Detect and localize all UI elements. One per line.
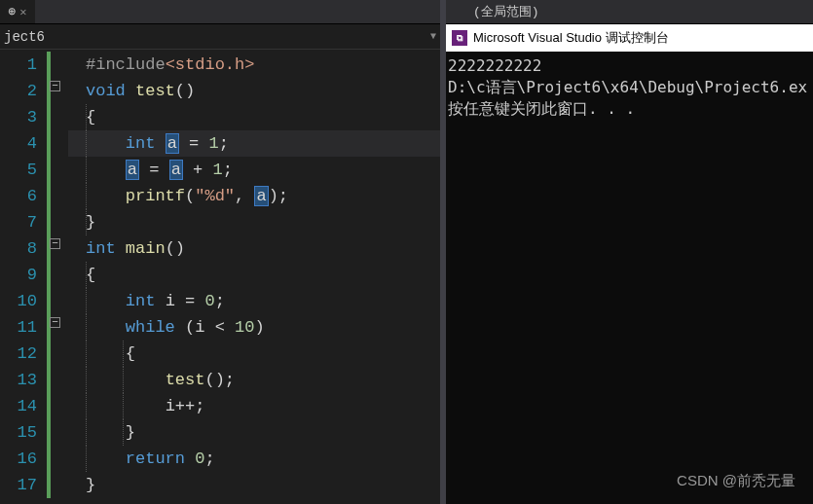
code-line[interactable]: { [68,104,440,130]
line-number: 1 [0,52,37,78]
console-pane: (全局范围) ⧉ Microsoft Visual Studio 调试控制台 2… [446,0,813,504]
scope-dropdown[interactable]: (全局范围) [446,0,813,24]
code-line[interactable]: int i = 0; [68,288,440,314]
scope-label: (全局范围) [473,3,539,20]
code-line[interactable]: { [68,341,440,367]
line-number: 16 [0,446,37,472]
chevron-down-icon[interactable]: ▼ [430,31,436,42]
breadcrumb-project: ject6 [4,29,425,45]
code-line[interactable]: { [68,262,440,288]
fold-column: − − − [47,50,68,504]
breadcrumb[interactable]: ject6 ▼ [0,24,440,50]
line-number: 2 [0,78,37,104]
code-area[interactable]: 1 2 3 4 5 6 7 8 9 10 11 12 13 14 15 16 1… [0,50,440,504]
console-output[interactable]: 2222222222 D:\c语言\Project6\x64\Debug\Pro… [446,52,813,504]
line-gutter: 1 2 3 4 5 6 7 8 9 10 11 12 13 14 15 16 1… [0,50,47,504]
code-line[interactable]: printf("%d", a); [68,183,440,209]
line-number: 10 [0,288,37,314]
line-number: 7 [0,209,37,235]
watermark: CSDN @前秃无量 [677,472,795,490]
code-line[interactable]: } [68,472,440,498]
line-number: 17 [0,472,37,498]
line-number: 13 [0,367,37,393]
code-line[interactable]: } [68,419,440,446]
code-line[interactable]: i++; [68,393,440,419]
code-line[interactable]: test(); [68,367,440,393]
fold-toggle[interactable]: − [50,317,60,328]
line-number: 11 [0,314,37,341]
line-number: 9 [0,262,37,288]
code-line[interactable]: } [68,209,440,235]
line-number: 6 [0,183,37,209]
line-number: 8 [0,235,37,262]
line-number: 4 [0,130,37,157]
line-number: 12 [0,341,37,367]
line-number: 14 [0,393,37,419]
vs-icon: ⧉ [452,30,467,46]
close-icon[interactable]: ✕ [19,5,26,19]
fold-toggle[interactable]: − [50,238,60,249]
fold-toggle[interactable]: − [50,81,60,91]
line-number: 3 [0,104,37,130]
line-number: 5 [0,157,37,183]
code-lines[interactable]: #include<stdio.h> void test() { int a = … [68,50,440,504]
console-titlebar: ⧉ Microsoft Visual Studio 调试控制台 [446,24,813,52]
editor-pane: ⊕ ✕ ject6 ▼ 1 2 3 4 5 6 7 8 9 10 11 12 1… [0,0,440,504]
line-number: 15 [0,419,37,446]
code-line[interactable]: a = a + 1; [68,157,440,183]
change-indicator [47,52,51,498]
pinned-tab[interactable]: ⊕ ✕ [0,0,35,23]
console-title-text: Microsoft Visual Studio 调试控制台 [473,29,669,47]
code-line[interactable]: return 0; [68,446,440,472]
code-line[interactable]: void test() [68,78,440,104]
code-line[interactable]: int main() [68,235,440,262]
code-line[interactable]: int a = 1; [68,130,440,157]
code-line[interactable]: #include<stdio.h> [68,52,440,78]
code-line[interactable]: while (i < 10) [68,314,440,341]
tab-bar: ⊕ ✕ [0,0,440,24]
pin-icon: ⊕ [8,4,16,19]
